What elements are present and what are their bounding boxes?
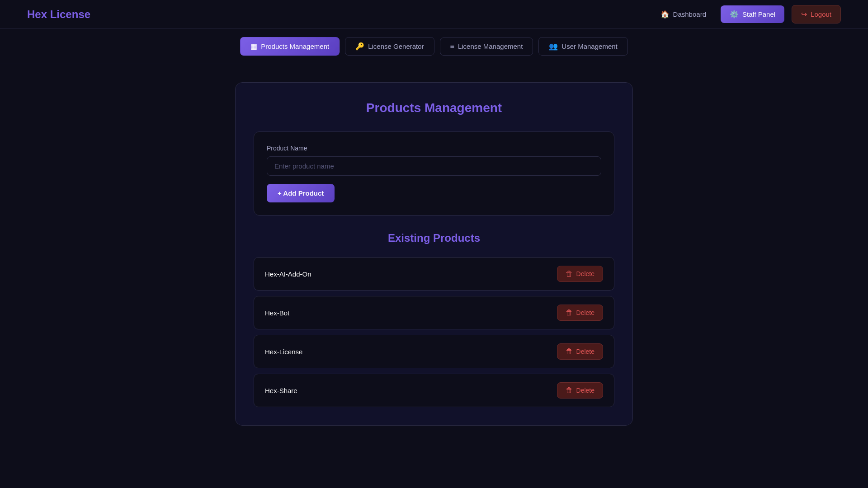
tab-user-management[interactable]: 👥 User Management — [538, 37, 627, 56]
product-name-input[interactable] — [267, 156, 601, 176]
trash-icon: 🗑 — [566, 347, 573, 356]
product-name-label: Product Name — [267, 145, 601, 152]
product-item: Hex-AI-Add-On🗑Delete — [254, 257, 614, 291]
tab-license-generator[interactable]: 🔑 License Generator — [345, 37, 434, 56]
trash-icon: 🗑 — [566, 309, 573, 317]
add-product-form: Product Name + Add Product — [254, 131, 614, 216]
delete-product-button[interactable]: 🗑Delete — [557, 382, 603, 399]
key-icon: 🔑 — [355, 42, 364, 51]
delete-product-button[interactable]: 🗑Delete — [557, 305, 603, 321]
dashboard-button[interactable]: 🏠 Dashboard — [653, 6, 713, 22]
logout-button[interactable]: ↪ Logout — [792, 5, 841, 23]
tab-products-label: Products Management — [261, 42, 329, 50]
table-icon: ▦ — [250, 42, 257, 51]
product-item: Hex-Bot🗑Delete — [254, 296, 614, 329]
tab-user-management-label: User Management — [561, 42, 617, 50]
logout-icon: ↪ — [801, 10, 807, 19]
delete-product-button[interactable]: 🗑Delete — [557, 266, 603, 282]
users-icon: 👥 — [549, 42, 558, 51]
content-card: Products Management Product Name + Add P… — [235, 82, 633, 426]
tab-license-generator-label: License Generator — [368, 42, 424, 50]
page-title: Products Management — [254, 101, 614, 115]
delete-label: Delete — [576, 387, 594, 394]
product-name: Hex-License — [265, 348, 302, 356]
staff-panel-label: Staff Panel — [742, 10, 775, 18]
delete-product-button[interactable]: 🗑Delete — [557, 343, 603, 360]
home-icon: 🏠 — [660, 10, 670, 19]
tab-products-management[interactable]: ▦ Products Management — [240, 37, 340, 56]
product-name: Hex-AI-Add-On — [265, 270, 311, 278]
product-list: Hex-AI-Add-On🗑DeleteHex-Bot🗑DeleteHex-Li… — [254, 257, 614, 407]
staff-panel-button[interactable]: ⚙️ Staff Panel — [721, 5, 784, 23]
tab-license-management[interactable]: ≡ License Management — [440, 38, 533, 56]
navbar: Hex License 🏠 Dashboard ⚙️ Staff Panel ↪… — [0, 0, 868, 29]
existing-products-title: Existing Products — [254, 232, 614, 244]
delete-label: Delete — [576, 309, 594, 316]
navbar-right: 🏠 Dashboard ⚙️ Staff Panel ↪ Logout — [653, 5, 841, 23]
list-icon: ≡ — [450, 42, 454, 51]
delete-label: Delete — [576, 270, 594, 277]
tab-navigation: ▦ Products Management 🔑 License Generato… — [0, 29, 868, 64]
product-item: Hex-Share🗑Delete — [254, 374, 614, 407]
trash-icon: 🗑 — [566, 270, 573, 278]
brand-name: Hex License — [27, 8, 90, 21]
delete-label: Delete — [576, 348, 594, 355]
staff-icon: ⚙️ — [730, 10, 739, 19]
product-name: Hex-Share — [265, 387, 297, 394]
add-product-label: + Add Product — [278, 189, 324, 197]
trash-icon: 🗑 — [566, 386, 573, 394]
logout-label: Logout — [811, 10, 831, 18]
tab-license-management-label: License Management — [458, 42, 523, 50]
product-name: Hex-Bot — [265, 309, 289, 317]
dashboard-label: Dashboard — [673, 10, 706, 18]
main-content: Products Management Product Name + Add P… — [0, 64, 868, 488]
product-item: Hex-License🗑Delete — [254, 335, 614, 368]
add-product-button[interactable]: + Add Product — [267, 184, 335, 202]
